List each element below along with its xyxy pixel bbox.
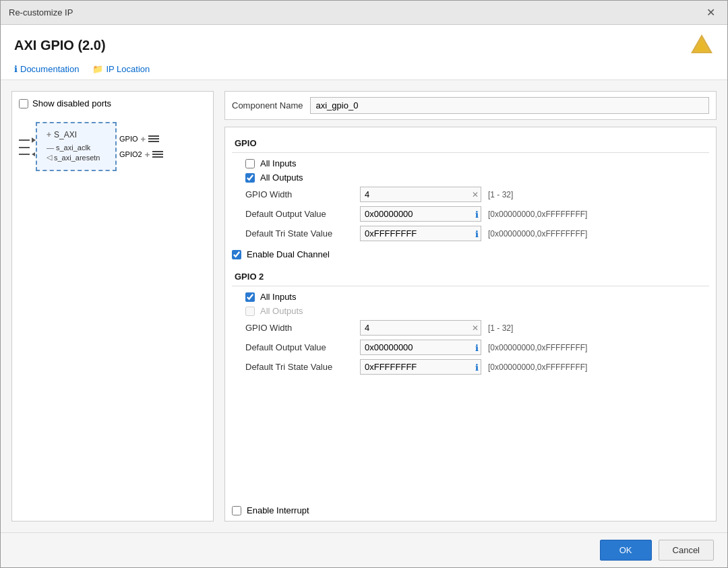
gpio-plus: + xyxy=(141,134,146,144)
gpio-width-row: GPIO Width ✕ [1 - 32] xyxy=(245,187,709,202)
gpio2-default-output-row: Default Output Value ℹ [0x00000000,0xFFF… xyxy=(245,340,709,355)
gpio2-width-label: GPIO Width xyxy=(245,323,353,333)
gpio-bus xyxy=(148,135,159,142)
aresetn-line xyxy=(19,154,30,155)
title-bar: Re-customize IP ✕ xyxy=(1,1,727,25)
window-title: Re-customize IP xyxy=(9,7,73,18)
gpio-width-range: [1 - 32] xyxy=(488,190,513,199)
gpio2-bus-line1 xyxy=(152,151,163,152)
aclk-label: s_axi_aclk xyxy=(56,144,90,152)
documentation-link[interactable]: ℹ Documentation xyxy=(14,64,79,74)
gpio2-label: GPIO2 xyxy=(119,150,142,158)
component-name-row: Component Name xyxy=(224,91,717,120)
default-tristate-label: Default Tri State Value xyxy=(245,228,353,239)
aresetn-label: s_axi_aresetn xyxy=(54,154,100,162)
right-panel: Component Name GPIO All Inputs xyxy=(224,91,717,522)
gpio2-all-inputs-label: All Inputs xyxy=(260,292,296,302)
aclk-port xyxy=(19,147,36,148)
default-tristate-input-wrap: ℹ xyxy=(360,226,481,241)
gpio2-default-tristate-input-wrap: ℹ xyxy=(360,359,481,375)
s-axi-port xyxy=(19,137,36,143)
gpio2-width-range: [1 - 32] xyxy=(488,323,513,333)
component-name-input[interactable] xyxy=(310,97,710,114)
info-icon: ℹ xyxy=(14,64,18,74)
left-panel: Show disabled ports xyxy=(11,91,214,522)
gpio-label: GPIO xyxy=(119,135,138,143)
default-output-range: [0x00000000,0xFFFFFFFF] xyxy=(488,210,587,219)
dialog-header: AXI GPIO (2.0) ℹ Documentation 📁 IP Loca… xyxy=(1,25,727,80)
all-inputs-row: All Inputs xyxy=(245,158,709,168)
ip-block: + S_AXI — s_axi_aclk ◁ s_axi_aresetn xyxy=(36,122,117,171)
gpio2-bus-line3 xyxy=(152,156,163,158)
default-tristate-info[interactable]: ℹ xyxy=(475,228,479,239)
show-ports-row: Show disabled ports xyxy=(19,98,206,108)
footer: OK Cancel xyxy=(1,532,727,567)
component-name-label: Component Name xyxy=(232,100,303,111)
aclk-label-row: — s_axi_aclk xyxy=(47,144,106,152)
gpio2-default-output-info[interactable]: ℹ xyxy=(475,342,479,352)
gpio-port: GPIO + xyxy=(119,134,163,144)
expand-icon: + xyxy=(47,130,51,139)
config-scroll[interactable]: GPIO All Inputs All Outputs GPIO Width xyxy=(225,127,716,500)
default-output-input[interactable] xyxy=(360,206,481,222)
s-axi-line xyxy=(19,139,30,141)
gpio2-port: GPIO2 + xyxy=(119,150,163,160)
gpio2-default-tristate-input[interactable] xyxy=(360,359,481,375)
all-outputs-checkbox[interactable] xyxy=(245,173,255,183)
show-ports-checkbox[interactable] xyxy=(19,99,28,108)
gpio2-width-input-wrap: ✕ xyxy=(360,320,481,336)
gpio-width-input-wrap: ✕ xyxy=(360,187,481,202)
default-output-info[interactable]: ℹ xyxy=(475,209,479,219)
gpio2-all-outputs-row: All Outputs xyxy=(245,306,709,316)
enable-interrupt-label: Enable Interrupt xyxy=(247,505,309,515)
left-ports xyxy=(19,137,36,156)
all-outputs-label: All Outputs xyxy=(260,172,303,183)
gpio2-section-header: GPIO 2 xyxy=(232,267,709,286)
default-tristate-input[interactable] xyxy=(360,226,481,241)
default-output-input-wrap: ℹ xyxy=(360,206,481,222)
s-axi-label: S_AXI xyxy=(54,130,77,139)
gpio2-default-output-label: Default Output Value xyxy=(245,342,353,352)
ip-location-link[interactable]: 📁 IP Location xyxy=(92,64,150,74)
dialog-body: Show disabled ports xyxy=(1,80,727,532)
gpio-width-input[interactable] xyxy=(360,187,481,202)
default-output-row: Default Output Value ℹ [0x00000000,0xFFF… xyxy=(245,206,709,222)
folder-icon: 📁 xyxy=(92,64,103,74)
cancel-button[interactable]: Cancel xyxy=(659,540,714,561)
ip-diagram: + S_AXI — s_axi_aclk ◁ s_axi_aresetn xyxy=(19,122,206,171)
gpio2-default-tristate-label: Default Tri State Value xyxy=(245,362,353,372)
gpio-bus-line1 xyxy=(148,135,159,137)
gpio2-default-output-range: [0x00000000,0xFFFFFFFF] xyxy=(488,343,587,352)
gpio2-plus: + xyxy=(145,150,150,160)
gpio2-default-tristate-info[interactable]: ℹ xyxy=(475,362,479,372)
gpio2-default-output-input-wrap: ℹ xyxy=(360,340,481,355)
gpio2-section: GPIO 2 All Inputs All Outputs GPIO Width xyxy=(232,267,709,375)
ip-block-title: + S_AXI xyxy=(47,130,106,139)
show-ports-label: Show disabled ports xyxy=(32,98,111,108)
aclk-line xyxy=(19,147,30,148)
gpio2-all-inputs-checkbox[interactable] xyxy=(245,292,255,302)
all-outputs-row: All Outputs xyxy=(245,172,709,183)
ok-button[interactable]: OK xyxy=(600,540,652,561)
gpio2-default-output-input[interactable] xyxy=(360,340,481,355)
gpio-width-clear[interactable]: ✕ xyxy=(472,190,479,199)
gpio2-all-outputs-label: All Outputs xyxy=(260,306,303,316)
default-tristate-row: Default Tri State Value ℹ [0x00000000,0x… xyxy=(245,226,709,241)
aresetn-port xyxy=(19,152,36,156)
logo-icon xyxy=(690,33,714,57)
gpio2-width-clear[interactable]: ✕ xyxy=(472,323,479,333)
gpio2-all-inputs-row: All Inputs xyxy=(245,292,709,302)
aresetn-label-row: ◁ s_axi_aresetn xyxy=(47,153,106,162)
gpio2-width-row: GPIO Width ✕ [1 - 32] xyxy=(245,320,709,336)
gpio2-bus xyxy=(152,151,163,158)
all-inputs-checkbox[interactable] xyxy=(245,159,255,168)
enable-interrupt-row: Enable Interrupt xyxy=(225,500,716,521)
gpio2-width-input[interactable] xyxy=(360,320,481,336)
dual-channel-checkbox[interactable] xyxy=(232,250,241,259)
gpio-bus-line3 xyxy=(148,141,159,142)
gpio2-all-outputs-checkbox[interactable] xyxy=(245,307,255,316)
enable-interrupt-checkbox[interactable] xyxy=(232,506,241,515)
default-output-label: Default Output Value xyxy=(245,209,353,219)
right-ports: GPIO + GPIO2 + xyxy=(119,134,163,160)
close-button[interactable]: ✕ xyxy=(702,6,719,20)
